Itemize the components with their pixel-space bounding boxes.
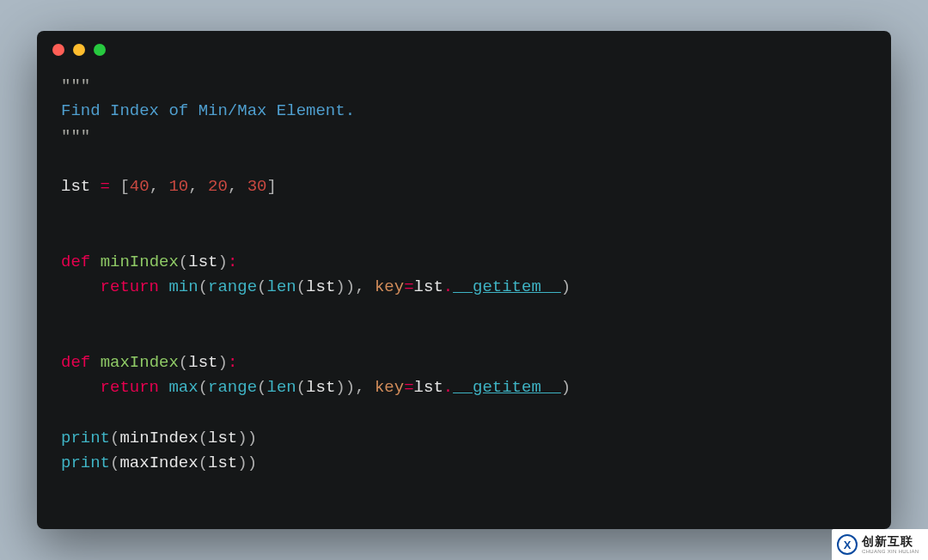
kw-def: def [61,253,90,271]
obj-lst: lst [414,378,443,397]
paren: )) [237,429,257,447]
watermark-text: 创新互联 CHUANG XIN HULIAN [862,535,919,554]
code-block: """ Find Index of Min/Max Element. """ l… [37,69,891,500]
comma: , [355,277,375,296]
call-minindex: minIndex [119,429,198,447]
builtin-range: range [208,378,257,397]
dot: . [443,277,453,296]
num-3: 30 [247,177,267,196]
arg-lst: lst [208,429,237,447]
colon: : [228,353,237,372]
watermark-logo-icon: X [837,534,858,555]
docstring-body: Find Index of Min/Max Element. [61,101,355,120]
paren: ( [198,429,208,447]
assign-op: = [90,177,119,196]
paren: )) [335,378,355,397]
builtin-max: max [168,378,198,397]
kwarg-key: key [375,277,404,296]
paren: ( [198,453,208,472]
window-titlebar [37,31,891,69]
num-0: 40 [130,177,150,196]
paren: ( [179,253,188,271]
fn-maxindex: maxIndex [101,353,179,372]
paren: ) [217,253,227,271]
watermark-en: CHUANG XIN HULIAN [862,549,919,554]
minimize-icon[interactable] [73,44,85,56]
param-lst: lst [188,353,217,372]
kwarg-key: key [375,378,404,397]
watermark-cn: 创新互联 [862,535,919,547]
arg-lst: lst [208,453,237,472]
paren: ( [179,353,188,372]
kw-return: return [101,277,159,296]
dunder-getitem: __getitem__ [453,277,560,296]
paren: ( [296,378,306,397]
docstring-close: """ [61,127,90,146]
kw-return: return [101,378,159,397]
paren: ) [561,277,571,296]
paren: )) [335,277,355,296]
dunder-getitem: __getitem__ [453,378,560,397]
paren: ) [217,353,227,372]
kw-def: def [61,353,90,372]
call-maxindex: maxIndex [119,453,198,472]
paren: ( [198,277,208,296]
paren: ( [296,277,306,296]
close-icon[interactable] [52,44,64,56]
num-1: 10 [168,177,188,196]
obj-lst: lst [414,277,443,296]
bracket-open: [ [119,177,129,196]
docstring-open: """ [61,76,90,95]
builtin-print: print [61,453,110,472]
builtin-len: len [266,378,296,397]
paren: ( [198,378,208,397]
code-window: """ Find Index of Min/Max Element. """ l… [37,31,891,529]
eq: = [404,378,413,397]
paren: ( [110,429,119,447]
sep: , [150,177,169,196]
colon: : [228,253,237,271]
builtin-range: range [208,277,257,296]
param-lst: lst [188,253,217,271]
bracket-close: ] [267,177,277,196]
paren: ( [257,378,266,397]
sep: , [188,177,208,196]
arg-lst: lst [306,277,335,296]
builtin-min: min [168,277,198,296]
fn-minindex: minIndex [101,253,179,271]
sep: , [228,177,247,196]
zoom-icon[interactable] [94,44,106,56]
watermark-logo-letter: X [844,539,852,551]
paren: ( [110,453,119,472]
comma: , [355,378,375,397]
num-2: 20 [208,177,228,196]
watermark: X 创新互联 CHUANG XIN HULIAN [832,529,928,560]
paren: )) [237,453,257,472]
paren: ) [561,378,571,397]
builtin-len: len [266,277,296,296]
paren: ( [257,277,266,296]
var-lst: lst [61,177,90,196]
builtin-print: print [61,429,110,447]
dot: . [443,378,453,397]
eq: = [404,277,413,296]
arg-lst: lst [306,378,335,397]
